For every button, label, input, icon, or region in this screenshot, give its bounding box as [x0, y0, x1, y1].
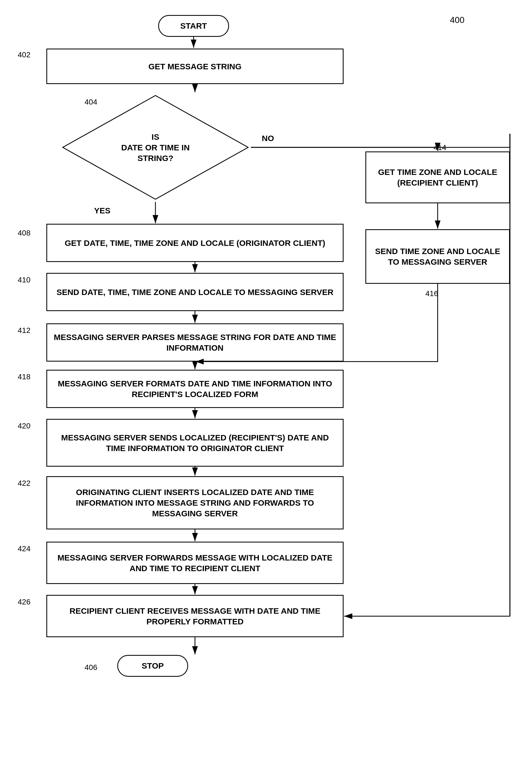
node-get-message-string: GET MESSAGE STRING: [46, 49, 344, 84]
node-server-formats: MESSAGING SERVER FORMATS DATE AND TIME I…: [46, 370, 344, 408]
node-server-sends-localized: MESSAGING SERVER SENDS LOCALIZED (RECIPI…: [46, 419, 344, 467]
node-recipient-receives: RECIPIENT CLIENT RECEIVES MESSAGE WITH D…: [46, 595, 344, 637]
node-get-date-time-tz-locale: GET DATE, TIME, TIME ZONE AND LOCALE (OR…: [46, 224, 344, 262]
ref-402: 402: [18, 50, 31, 59]
ref-408: 408: [18, 229, 31, 238]
node-send-tz-locale-server: SEND TIME ZONE AND LOCALE TO MESSAGING S…: [365, 229, 510, 284]
flowchart-diagram: 400 START 402 GET MESSAGE STRING 404 IS …: [0, 0, 532, 772]
ref-418: 418: [18, 373, 31, 381]
ref-412: 412: [18, 326, 31, 335]
ref-420: 420: [18, 422, 31, 430]
diamond-label: IS DATE OR TIME IN STRING?: [60, 93, 251, 202]
node-send-date-time-tz: SEND DATE, TIME, TIME ZONE AND LOCALE TO…: [46, 273, 344, 311]
node-diamond-date-time: IS DATE OR TIME IN STRING?: [60, 93, 251, 202]
ref-416: 416: [425, 289, 438, 298]
ref-426: 426: [18, 598, 31, 607]
node-get-tz-locale-recipient: GET TIME ZONE AND LOCALE (RECIPIENT CLIE…: [365, 151, 510, 203]
yes-label: YES: [94, 206, 110, 215]
diagram-id-label: 400: [450, 15, 464, 25]
ref-414: 414: [434, 143, 446, 152]
ref-424: 424: [18, 544, 31, 553]
node-server-forwards: MESSAGING SERVER FORWARDS MESSAGE WITH L…: [46, 542, 344, 584]
ref-406: 406: [85, 663, 97, 672]
ref-410: 410: [18, 276, 31, 284]
stop-node: STOP: [117, 655, 188, 677]
no-label: NO: [262, 134, 274, 143]
ref-422: 422: [18, 479, 31, 488]
start-node: START: [158, 15, 229, 37]
node-originating-inserts: ORIGINATING CLIENT INSERTS LOCALIZED DAT…: [46, 476, 344, 529]
node-server-parses: MESSAGING SERVER PARSES MESSAGE STRING F…: [46, 323, 344, 362]
